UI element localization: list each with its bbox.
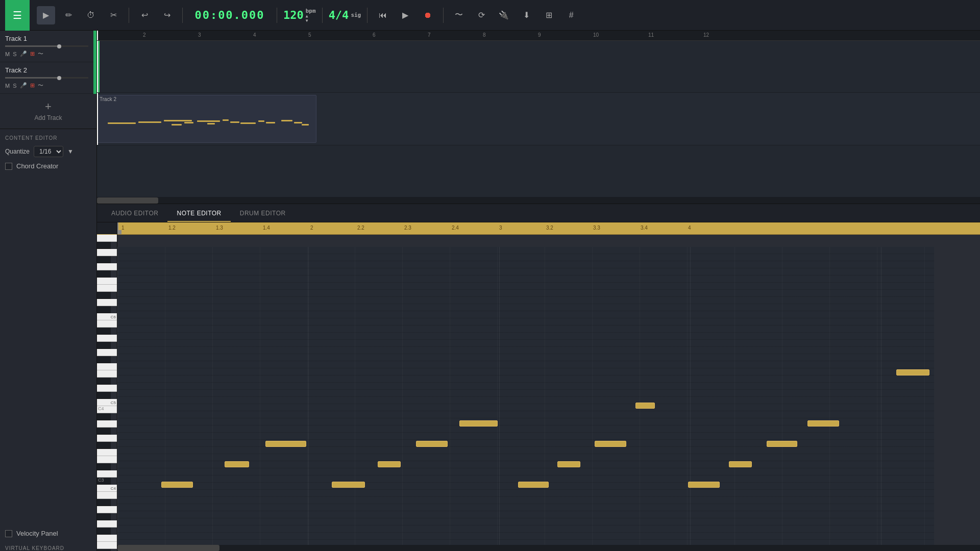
grid-button[interactable]: # [562,6,580,24]
piano-key-F#4[interactable] [97,442,111,449]
pencil-tool-button[interactable]: ✏ [59,6,78,24]
note-grid[interactable] [117,247,934,551]
piano-key-F5[interactable] [97,363,117,370]
mixer-button[interactable]: ⊞ [540,6,558,24]
record-button[interactable]: ⏺ [419,6,437,24]
piano-key-E4[interactable] [97,456,117,463]
track-2-mute-button[interactable]: M [5,83,10,89]
piano-key-D#3[interactable] [97,549,111,551]
play-button[interactable]: ▶ [396,6,414,24]
piano-key-D#4[interactable] [97,463,111,470]
track-2-automation-button[interactable]: 〜 [38,82,43,89]
redo-button[interactable]: ↪ [158,6,176,24]
note-block-6[interactable] [416,441,448,447]
track-2-clip[interactable]: Track 2 [97,95,316,142]
piano-key-G6[interactable] [97,263,117,270]
piano-key-A#6[interactable] [97,242,111,249]
track-2-solo-button[interactable]: S [13,83,16,89]
bpm-down-arrow[interactable]: ▼ [306,19,316,23]
menu-button[interactable]: ☰ [5,0,30,31]
piano-key-C#5[interactable] [97,392,111,399]
track-1-automation-button[interactable]: 〜 [38,50,43,58]
piano-roll-hscroll-thumb[interactable] [117,545,219,551]
track-1-fx-button[interactable]: ⊞ [30,51,35,57]
note-block-16[interactable] [896,369,929,375]
piano-key-D#6[interactable] [97,292,111,299]
piano-key-C5[interactable]: C5 [97,399,117,406]
piano-key-G3[interactable] [97,520,117,528]
piano-key-A3[interactable] [97,506,117,513]
bpm-arrows[interactable]: ▲ ▼ [306,14,316,23]
quantize-select[interactable]: 1/16 1/8 1/4 1/2 1 [34,146,63,157]
scissors-tool-button[interactable]: ✂ [104,6,122,24]
piano-key-G#3[interactable] [97,513,111,520]
note-block-10[interactable] [595,441,626,447]
piano-key-F4[interactable] [97,449,117,456]
piano-key-D5[interactable] [97,385,117,392]
piano-key-C6[interactable]: C6 [97,313,117,320]
note-block-8[interactable] [518,482,549,488]
note-block-7[interactable] [459,420,498,427]
note-block-13[interactable] [729,461,752,467]
piano-key-A#3[interactable] [97,499,111,506]
piano-key-A5[interactable] [97,335,117,342]
piano-key-B5[interactable] [97,320,117,328]
note-block-5[interactable] [378,461,401,467]
piano-key-D#5[interactable] [97,378,111,385]
track-1-lane[interactable] [97,41,980,93]
piano-key-G#4[interactable] [97,428,111,435]
piano-key-C#6[interactable] [97,306,111,313]
piano-key-D4[interactable] [97,470,117,478]
bpm-display[interactable]: 120 bpm ▲ ▼ [283,8,316,23]
piano-key-A#5[interactable] [97,328,111,335]
piano-key-F6[interactable] [97,278,117,285]
velocity-panel-checkbox[interactable] [5,530,12,537]
piano-key-B6[interactable] [97,235,117,242]
piano-key-E3[interactable] [97,542,117,549]
tab-drum-editor[interactable]: DRUM EDITOR [231,206,295,222]
piano-key-F#3[interactable] [97,528,111,535]
loop-button[interactable]: ⟳ [472,6,491,24]
piano-key-D6[interactable] [97,299,117,306]
track-1-mute-button[interactable]: M [5,51,10,57]
track-2-lane[interactable]: Track 2 [97,93,980,145]
track-2-volume-slider[interactable] [5,77,88,79]
tab-audio-editor[interactable]: AUDIO EDITOR [102,206,167,222]
piano-key-A4[interactable] [97,420,117,428]
note-block-15[interactable] [807,420,839,427]
arrangement-hscroll[interactable] [97,197,980,204]
chord-creator-checkbox[interactable] [5,163,12,170]
piano-key-E5[interactable] [97,370,117,378]
piano-key-F#5[interactable] [97,356,111,363]
piano-key-E6[interactable] [97,285,117,292]
piano-key-G4[interactable] [97,435,117,442]
skip-back-button[interactable]: ⏮ [374,6,392,24]
piano-key-G#6[interactable] [97,256,111,263]
note-block-2[interactable] [225,461,249,467]
plugin-button[interactable]: 🔌 [495,6,513,24]
pointer-tool-button[interactable]: ▶ [37,6,55,24]
track-2-record-button[interactable]: 🎤 [20,82,27,89]
piano-key-F3[interactable] [97,535,117,542]
bpm-up-arrow[interactable]: ▲ [306,14,316,18]
piano-key-A#4[interactable] [97,413,111,420]
undo-button[interactable]: ↩ [135,6,154,24]
arrangement-hscroll-thumb[interactable] [97,197,158,204]
track-1-solo-button[interactable]: S [13,51,16,57]
piano-key-C4[interactable]: C4 [97,485,117,492]
piano-key-B3[interactable] [97,492,117,499]
note-block-14[interactable] [767,441,797,447]
track-1-record-button[interactable]: 🎤 [20,51,27,57]
piano-key-F#6[interactable] [97,270,111,278]
add-track-button[interactable]: + Add Track [0,94,96,129]
note-block-4[interactable] [332,482,365,488]
track-1-volume-slider[interactable] [5,45,88,47]
piano-roll-hscroll[interactable] [117,545,980,551]
empty-lane-1[interactable] [97,145,980,197]
note-block-11[interactable] [635,403,655,409]
tab-note-editor[interactable]: NOTE EDITOR [167,206,230,222]
note-block-3[interactable] [265,441,306,447]
track-2-fx-button[interactable]: ⊞ [30,82,35,89]
automation-button[interactable]: 〜 [450,6,468,24]
piano-key-G#5[interactable] [97,342,111,349]
